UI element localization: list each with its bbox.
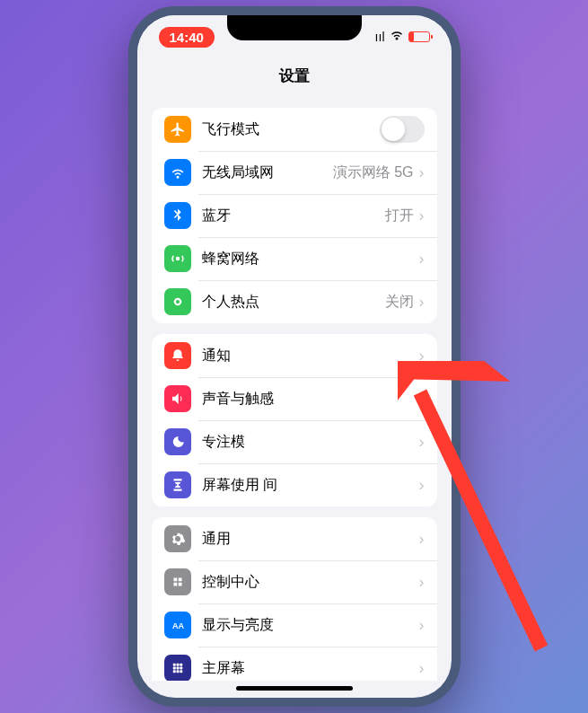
cellular-icon bbox=[164, 245, 191, 272]
gear-icon bbox=[164, 525, 191, 552]
row-label: 无线局域网 bbox=[202, 163, 333, 182]
row-hotspot[interactable]: 个人热点 关闭 › bbox=[152, 280, 437, 323]
svg-rect-1 bbox=[172, 664, 175, 666]
chevron-icon: › bbox=[419, 390, 425, 409]
svg-rect-5 bbox=[176, 667, 179, 670]
row-value: 关闭 bbox=[385, 293, 414, 312]
chevron-icon: › bbox=[419, 347, 425, 365]
row-cellular[interactable]: 蜂窝网络 › bbox=[152, 237, 437, 280]
row-label: 蜂窝网络 bbox=[202, 250, 419, 268]
row-home-screen[interactable]: 主屏幕 › bbox=[152, 647, 437, 681]
settings-group-connectivity: 飞行模式 无线局域网 演示网络 5G › 蓝牙 打开 › 蜂窝网 bbox=[152, 108, 437, 323]
row-label: 专注模 bbox=[202, 433, 419, 452]
svg-rect-6 bbox=[180, 667, 182, 670]
svg-rect-2 bbox=[176, 664, 179, 666]
home-screen-icon bbox=[164, 655, 191, 681]
chevron-icon: › bbox=[419, 250, 425, 268]
bluetooth-icon bbox=[164, 202, 191, 229]
row-control-center[interactable]: 控制中心 › bbox=[152, 560, 437, 603]
status-icons: ııl bbox=[375, 30, 430, 44]
row-label: 通知 bbox=[202, 347, 419, 365]
airplane-icon bbox=[164, 116, 191, 143]
row-focus[interactable]: 专注模 › bbox=[152, 420, 437, 463]
chevron-icon: › bbox=[419, 293, 425, 312]
settings-group-notifications: 通知 › 声音与触感 › 专注模 › 屏幕使用 间 › bbox=[152, 334, 437, 506]
settings-content[interactable]: 飞行模式 无线局域网 演示网络 5G › 蓝牙 打开 › 蜂窝网 bbox=[137, 97, 452, 681]
row-value: 打开 bbox=[385, 207, 414, 225]
row-airplane-mode[interactable]: 飞行模式 bbox=[152, 108, 437, 151]
svg-rect-8 bbox=[176, 670, 179, 673]
control-center-icon bbox=[164, 568, 191, 595]
notification-icon bbox=[164, 342, 191, 369]
phone-screen: 14:40 ııl 设置 飞行模式 无线局域网 bbox=[137, 15, 452, 698]
row-label: 个人热点 bbox=[202, 293, 385, 312]
hotspot-icon bbox=[164, 288, 191, 315]
row-value: 演示网络 5G bbox=[333, 163, 414, 182]
row-display[interactable]: AA 显示与亮度 › bbox=[152, 603, 437, 647]
chevron-icon: › bbox=[419, 163, 425, 182]
chevron-icon: › bbox=[419, 476, 425, 495]
settings-group-general: 通用 › 控制中心 › AA 显示与亮度 › 主屏幕 › bbox=[152, 517, 437, 681]
svg-rect-9 bbox=[180, 670, 182, 673]
row-notifications[interactable]: 通知 › bbox=[152, 334, 437, 377]
status-time: 14:40 bbox=[159, 27, 215, 48]
row-label: 声音与触感 bbox=[202, 390, 419, 409]
chevron-icon: › bbox=[419, 207, 425, 225]
row-label: 控制中心 bbox=[202, 573, 419, 592]
row-label: 显示与亮度 bbox=[202, 616, 419, 635]
sound-icon bbox=[164, 385, 191, 412]
wifi-settings-icon bbox=[164, 159, 191, 186]
phone-frame: 14:40 ııl 设置 飞行模式 无线局域网 bbox=[128, 6, 461, 707]
display-icon: AA bbox=[164, 612, 191, 638]
focus-icon bbox=[164, 428, 191, 455]
row-screentime[interactable]: 屏幕使用 间 › bbox=[152, 463, 437, 506]
row-label: 主屏幕 bbox=[202, 659, 419, 678]
chevron-icon: › bbox=[419, 659, 425, 678]
battery-icon bbox=[408, 31, 430, 42]
svg-rect-4 bbox=[172, 667, 175, 670]
screentime-icon bbox=[164, 471, 191, 498]
row-label: 飞行模式 bbox=[202, 120, 380, 139]
wifi-icon bbox=[390, 30, 404, 44]
row-label: 蓝牙 bbox=[202, 207, 385, 225]
row-label: 通用 bbox=[202, 530, 419, 549]
chevron-icon: › bbox=[419, 433, 425, 452]
svg-rect-3 bbox=[180, 664, 182, 666]
notch bbox=[227, 15, 362, 40]
row-wifi[interactable]: 无线局域网 演示网络 5G › bbox=[152, 151, 437, 194]
svg-text:AA: AA bbox=[172, 621, 184, 630]
airplane-toggle[interactable] bbox=[380, 116, 425, 143]
row-sounds[interactable]: 声音与触感 › bbox=[152, 377, 437, 420]
chevron-icon: › bbox=[419, 530, 425, 549]
chevron-icon: › bbox=[419, 616, 425, 635]
chevron-icon: › bbox=[419, 573, 425, 592]
svg-rect-7 bbox=[172, 670, 175, 673]
row-label: 屏幕使用 间 bbox=[202, 476, 419, 495]
home-indicator[interactable] bbox=[236, 686, 353, 691]
row-bluetooth[interactable]: 蓝牙 打开 › bbox=[152, 194, 437, 237]
signal-icon: ııl bbox=[375, 30, 385, 44]
page-title: 设置 bbox=[137, 58, 452, 97]
row-general[interactable]: 通用 › bbox=[152, 517, 437, 560]
